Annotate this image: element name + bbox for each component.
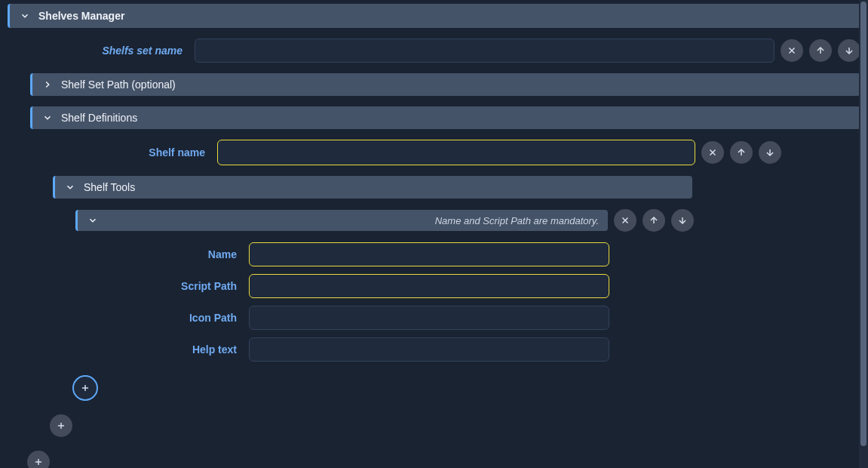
- shelf-clear-button[interactable]: [701, 141, 724, 164]
- shelf-definitions-header[interactable]: Shelf Definitions: [30, 106, 860, 129]
- shelf-name-input[interactable]: [217, 140, 695, 165]
- shelf-tools-title: Shelf Tools: [84, 181, 135, 193]
- shelfs-set-name-input[interactable]: [195, 38, 774, 63]
- tool-item-message: Name and Script Path are mandatory.: [435, 215, 599, 226]
- shelf-name-label: Shelf name: [30, 146, 211, 159]
- tool-item-header[interactable]: Name and Script Path are mandatory.: [75, 210, 608, 231]
- tool-clear-button[interactable]: [614, 209, 636, 232]
- tool-helptext-input[interactable]: [249, 337, 609, 362]
- tool-helptext-label: Help text: [75, 343, 243, 356]
- shelf-definitions-title: Shelf Definitions: [61, 112, 137, 124]
- tool-name-label: Name: [75, 248, 243, 260]
- add-shelf-button[interactable]: [50, 414, 72, 437]
- chevron-down-icon[interactable]: [19, 10, 31, 22]
- tool-move-up-button[interactable]: [643, 209, 665, 232]
- tool-name-input[interactable]: [249, 242, 609, 266]
- chevron-down-icon[interactable]: [41, 112, 54, 124]
- chevron-down-icon[interactable]: [64, 181, 76, 193]
- chevron-right-icon[interactable]: [41, 79, 54, 91]
- shelf-move-up-button[interactable]: [730, 141, 753, 164]
- shelves-manager-header[interactable]: Shelves Manager: [8, 4, 860, 28]
- shelf-set-path-title: Shelf Set Path (optional): [61, 79, 176, 91]
- shelf-tools-header[interactable]: Shelf Tools: [53, 176, 692, 199]
- shelfs-set-name-row: Shelfs set name: [8, 38, 860, 63]
- chevron-down-icon[interactable]: [87, 214, 99, 226]
- move-up-button[interactable]: [809, 39, 832, 62]
- tool-iconpath-input[interactable]: [249, 306, 609, 330]
- tool-move-down-button[interactable]: [671, 209, 694, 232]
- add-tool-button[interactable]: [72, 375, 98, 401]
- shelfs-set-name-label: Shelfs set name: [8, 45, 189, 57]
- tool-scriptpath-input[interactable]: [249, 274, 609, 298]
- shelf-move-down-button[interactable]: [759, 141, 781, 164]
- tool-scriptpath-label: Script Path: [75, 280, 243, 292]
- clear-button[interactable]: [781, 39, 803, 62]
- header-title: Shelves Manager: [38, 10, 124, 22]
- add-set-button[interactable]: [27, 451, 50, 468]
- tool-iconpath-label: Icon Path: [75, 312, 243, 324]
- scrollbar-thumb[interactable]: [860, 2, 866, 446]
- shelf-set-path-header[interactable]: Shelf Set Path (optional): [30, 73, 860, 96]
- move-down-button[interactable]: [838, 39, 860, 62]
